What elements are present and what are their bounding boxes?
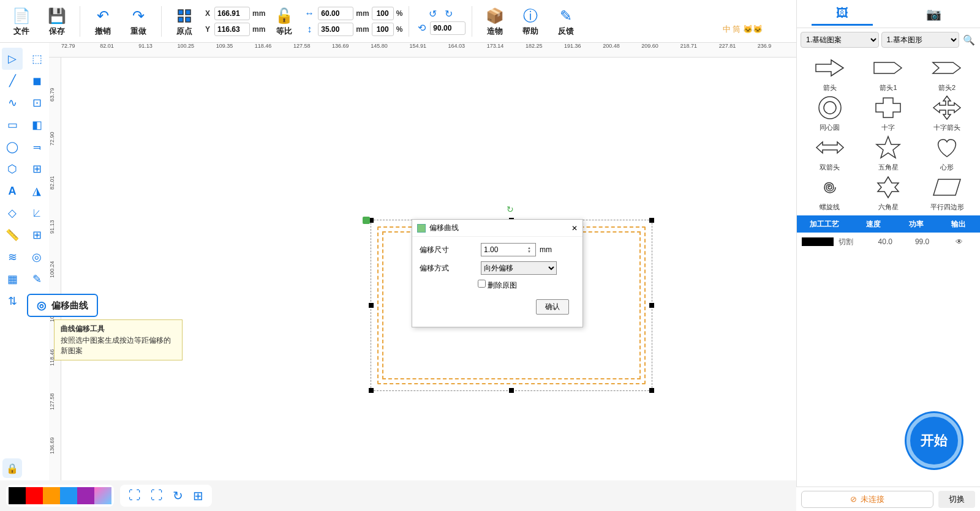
offset-mode-select[interactable]: 向外偏移 [481, 261, 557, 275]
redo-icon: ↷ [132, 6, 145, 26]
fill-tool[interactable]: ◼ [26, 70, 47, 92]
aspect-lock-button[interactable]: 🔓等比 [268, 3, 301, 40]
switch-device-button[interactable]: 切换 [938, 491, 975, 508]
x-input[interactable] [214, 7, 250, 20]
tab-shapes[interactable]: 🖼 [812, 2, 873, 26]
shape-cross-arrow[interactable]: 十字箭头 [919, 95, 975, 132]
vector-tool[interactable]: ✎ [26, 268, 47, 290]
unit-mm: mm [252, 9, 265, 18]
height-input[interactable] [318, 23, 353, 36]
select-tool[interactable]: ▷ [2, 48, 23, 70]
mirror-tool[interactable]: ◮ [26, 180, 47, 202]
handle-ml[interactable] [369, 303, 374, 308]
transform-tool[interactable]: ⟀ [26, 202, 47, 224]
color-swatch[interactable] [26, 487, 43, 504]
handle-bl[interactable] [369, 388, 374, 393]
shape-spiral[interactable]: 螺旋线 [802, 174, 858, 212]
path-tool[interactable]: ⊡ [26, 92, 47, 114]
dialog-close-button[interactable]: ✕ [571, 224, 578, 233]
offset-curve-label-text: 偏移曲线 [51, 300, 88, 311]
shape-arrow1[interactable]: 箭头1 [861, 55, 917, 92]
help-button[interactable]: ⓘ帮助 [514, 3, 547, 40]
marquee-tool[interactable]: ⬚ [26, 48, 47, 70]
height-pct-input[interactable] [372, 23, 394, 36]
text-tool[interactable]: A [2, 180, 23, 202]
color-swatch[interactable] [43, 487, 60, 504]
handle-mr[interactable] [649, 303, 654, 308]
canvas-lock-button[interactable]: 🔒 [2, 458, 22, 478]
offset-curve-tool[interactable]: ◎ [26, 246, 47, 268]
shape-grid: 箭头箭头1箭头2同心圆十字十字箭头双箭头五角星心形螺旋线六角星平行四边形 [797, 51, 980, 215]
width-pct-input[interactable] [372, 7, 394, 20]
line-tool[interactable]: ╱ [2, 70, 23, 92]
confirm-button[interactable]: 确认 [536, 299, 569, 315]
start-button[interactable]: 开始 [907, 413, 962, 468]
dialog-titlebar[interactable]: 偏移曲线 ✕ [412, 220, 582, 237]
shape-parallelogram[interactable]: 平行四边形 [919, 174, 975, 212]
delete-original-checkbox-label[interactable]: 删除原图 [478, 281, 517, 289]
width-input[interactable] [318, 7, 353, 20]
delete-original-checkbox[interactable] [478, 280, 486, 288]
ellipse-tool[interactable]: ◯ [2, 136, 23, 158]
align-tool[interactable]: ⫬ [26, 136, 47, 158]
sort-tool[interactable]: ⇅ [2, 290, 23, 312]
grid-icon[interactable]: ⊞ [193, 488, 203, 503]
shape-double-arrow[interactable]: 双箭头 [802, 135, 858, 172]
layers-tool[interactable]: ≋ [2, 246, 23, 268]
offset-curve-dialog: 偏移曲线 ✕ 偏移尺寸 ▲▼ mm 偏移方式 向外偏移 删除原图 确认 [412, 219, 583, 327]
shape-tool[interactable]: ◧ [26, 114, 47, 136]
shape-arrow2[interactable]: 箭头2 [919, 55, 975, 92]
curve-tool[interactable]: ∿ [2, 92, 23, 114]
origin-dot[interactable] [363, 217, 370, 224]
origin-button[interactable]: 原点 [168, 3, 201, 40]
rotate-input[interactable] [430, 21, 466, 35]
rotate-handle[interactable]: ↻ [507, 204, 514, 214]
create-button[interactable]: 📦造物 [478, 3, 511, 40]
shape-search-button[interactable]: 🔍 [962, 32, 976, 47]
save-button[interactable]: 💾保存 [40, 3, 74, 40]
grid-tool[interactable]: ⊞ [26, 158, 47, 180]
origin-icon [177, 6, 192, 26]
svg-rect-3 [186, 17, 190, 22]
refresh-icon[interactable]: ↻ [173, 488, 183, 503]
undo-button[interactable]: ↶撤销 [86, 3, 119, 40]
rect-tool[interactable]: ▭ [2, 114, 23, 136]
color-swatch[interactable] [9, 487, 26, 504]
handle-br[interactable] [649, 388, 654, 393]
unit-mm: mm [252, 25, 265, 34]
rotate-cw-icon[interactable]: ↻ [442, 8, 454, 20]
tab-camera[interactable]: 📷 [902, 3, 966, 25]
crop-icon[interactable]: ⛶ [129, 488, 141, 503]
y-input[interactable] [214, 23, 250, 36]
shape-star6[interactable]: 六角星 [861, 174, 917, 212]
color-swatch[interactable] [60, 487, 77, 504]
rotate-ccw-icon[interactable]: ↺ [426, 8, 439, 20]
handle-bm[interactable] [509, 388, 514, 393]
status-text: 未连接 [861, 494, 884, 505]
color-swatch[interactable] [77, 487, 94, 504]
measure-tool[interactable]: 📏 [2, 224, 23, 246]
shape-heart[interactable]: 心形 [919, 135, 975, 172]
color-swatch[interactable] [94, 487, 111, 504]
shape-concentric[interactable]: 同心圆 [802, 95, 858, 132]
process-visibility-toggle[interactable]: 👁 [943, 237, 975, 246]
feedback-label: 反馈 [558, 26, 574, 37]
eraser-tool[interactable]: ◇ [2, 202, 23, 224]
feedback-button[interactable]: ✎反馈 [549, 3, 582, 40]
focus-icon[interactable]: ⛶ [151, 488, 163, 503]
polygon-tool[interactable]: ⬡ [2, 158, 23, 180]
spinner-down[interactable]: ▼ [527, 250, 531, 253]
shape-arrow[interactable]: 箭头 [802, 55, 858, 92]
shape-star5[interactable]: 五角星 [861, 135, 917, 172]
file-button[interactable]: 📄文件 [5, 3, 38, 40]
redo-button[interactable]: ↷重做 [122, 3, 155, 40]
svg-rect-2 [178, 17, 183, 22]
left-tool-panel: ▷ ╱ ∿ ▭ ◯ ⬡ A ◇ 📏 ≋ ▦ ⇅ ⬚ ◼ ⊡ ◧ ⫬ ⊞ ◮ ⟀ … [0, 43, 49, 480]
array-tool[interactable]: ⊞ [26, 224, 47, 246]
shape-category-select-2[interactable]: 1.基本图形 [881, 32, 960, 48]
process-row[interactable]: 切割 40.0 99.0 👁 [797, 233, 980, 251]
handle-tr[interactable] [649, 218, 654, 223]
shape-category-select-1[interactable]: 1.基础图案 [801, 32, 879, 48]
shape-cross[interactable]: 十字 [861, 95, 917, 132]
layout-tool[interactable]: ▦ [2, 268, 23, 290]
